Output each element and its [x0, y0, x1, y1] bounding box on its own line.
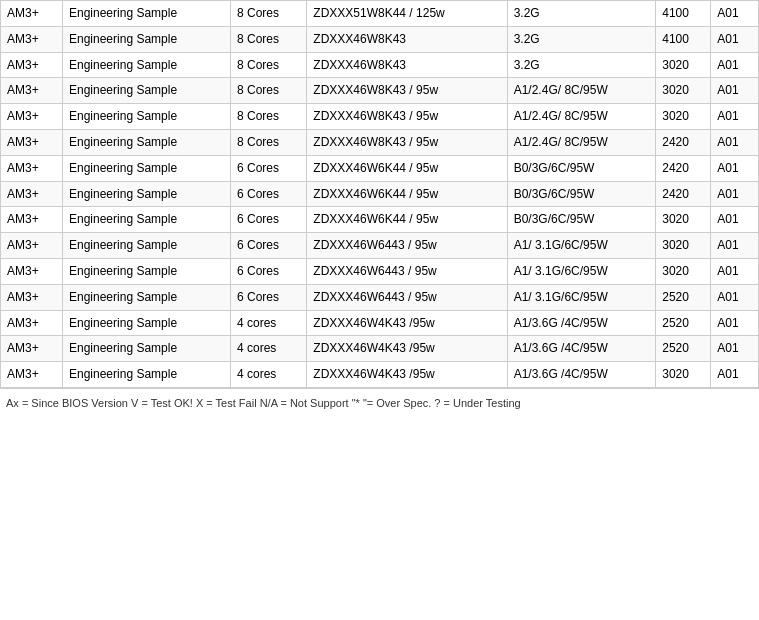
dram-cell: 3020 [656, 207, 711, 233]
model-cell: ZDXXX46W8K43 [307, 26, 507, 52]
table-row: AM3+Engineering Sample6 CoresZDXXX46W644… [1, 284, 759, 310]
table-row: AM3+Engineering Sample6 CoresZDXXX46W6K4… [1, 207, 759, 233]
freq-cell: A1/2.4G/ 8C/95W [507, 78, 656, 104]
freq-cell: A1/ 3.1G/6C/95W [507, 233, 656, 259]
table-row: AM3+Engineering Sample6 CoresZDXXX46W644… [1, 233, 759, 259]
result-cell: A01 [711, 26, 759, 52]
name-cell: Engineering Sample [63, 129, 231, 155]
result-cell: A01 [711, 104, 759, 130]
socket-cell: AM3+ [1, 207, 63, 233]
cores-cell: 6 Cores [230, 155, 306, 181]
cores-cell: 4 cores [230, 310, 306, 336]
socket-cell: AM3+ [1, 310, 63, 336]
model-cell: ZDXXX46W8K43 / 95w [307, 78, 507, 104]
freq-cell: B0/3G/6C/95W [507, 181, 656, 207]
result-cell: A01 [711, 129, 759, 155]
cores-cell: 8 Cores [230, 1, 306, 27]
dram-cell: 3020 [656, 258, 711, 284]
table-row: AM3+Engineering Sample4 coresZDXXX46W4K4… [1, 336, 759, 362]
model-cell: ZDXXX46W8K43 / 95w [307, 104, 507, 130]
result-cell: A01 [711, 181, 759, 207]
freq-cell: A1/3.6G /4C/95W [507, 310, 656, 336]
socket-cell: AM3+ [1, 233, 63, 259]
cores-cell: 4 cores [230, 336, 306, 362]
freq-cell: B0/3G/6C/95W [507, 207, 656, 233]
model-cell: ZDXXX51W8K44 / 125w [307, 1, 507, 27]
table-row: AM3+Engineering Sample6 CoresZDXXX46W6K4… [1, 181, 759, 207]
dram-cell: 4100 [656, 26, 711, 52]
dram-cell: 3020 [656, 104, 711, 130]
cores-cell: 6 Cores [230, 207, 306, 233]
dram-cell: 3020 [656, 78, 711, 104]
result-cell: A01 [711, 310, 759, 336]
dram-cell: 3020 [656, 233, 711, 259]
name-cell: Engineering Sample [63, 181, 231, 207]
name-cell: Engineering Sample [63, 336, 231, 362]
cores-cell: 6 Cores [230, 258, 306, 284]
name-cell: Engineering Sample [63, 155, 231, 181]
name-cell: Engineering Sample [63, 52, 231, 78]
socket-cell: AM3+ [1, 129, 63, 155]
model-cell: ZDXXX46W6443 / 95w [307, 284, 507, 310]
socket-cell: AM3+ [1, 104, 63, 130]
dram-cell: 3020 [656, 52, 711, 78]
model-cell: ZDXXX46W6K44 / 95w [307, 207, 507, 233]
model-cell: ZDXXX46W6443 / 95w [307, 233, 507, 259]
result-cell: A01 [711, 258, 759, 284]
table-row: AM3+Engineering Sample8 CoresZDXXX46W8K4… [1, 52, 759, 78]
socket-cell: AM3+ [1, 52, 63, 78]
name-cell: Engineering Sample [63, 310, 231, 336]
cores-cell: 6 Cores [230, 181, 306, 207]
cores-cell: 8 Cores [230, 104, 306, 130]
name-cell: Engineering Sample [63, 1, 231, 27]
model-cell: ZDXXX46W8K43 [307, 52, 507, 78]
freq-cell: 3.2G [507, 52, 656, 78]
freq-cell: A1/2.4G/ 8C/95W [507, 129, 656, 155]
cores-cell: 8 Cores [230, 129, 306, 155]
result-cell: A01 [711, 233, 759, 259]
cores-cell: 6 Cores [230, 233, 306, 259]
footer-note: Ax = Since BIOS Version V = Test OK! X =… [0, 388, 759, 417]
name-cell: Engineering Sample [63, 78, 231, 104]
model-cell: ZDXXX46W8K43 / 95w [307, 129, 507, 155]
socket-cell: AM3+ [1, 26, 63, 52]
table-row: AM3+Engineering Sample8 CoresZDXXX46W8K4… [1, 78, 759, 104]
compatibility-table: AM3+Engineering Sample8 CoresZDXXX51W8K4… [0, 0, 759, 388]
freq-cell: A1/ 3.1G/6C/95W [507, 284, 656, 310]
model-cell: ZDXXX46W6443 / 95w [307, 258, 507, 284]
cores-cell: 6 Cores [230, 284, 306, 310]
dram-cell: 2520 [656, 336, 711, 362]
socket-cell: AM3+ [1, 78, 63, 104]
freq-cell: A1/3.6G /4C/95W [507, 336, 656, 362]
freq-cell: 3.2G [507, 1, 656, 27]
table-row: AM3+Engineering Sample8 CoresZDXXX46W8K4… [1, 129, 759, 155]
name-cell: Engineering Sample [63, 207, 231, 233]
dram-cell: 2520 [656, 284, 711, 310]
result-cell: A01 [711, 362, 759, 388]
dram-cell: 2420 [656, 181, 711, 207]
dram-cell: 3020 [656, 362, 711, 388]
result-cell: A01 [711, 284, 759, 310]
name-cell: Engineering Sample [63, 258, 231, 284]
dram-cell: 2420 [656, 129, 711, 155]
model-cell: ZDXXX46W6K44 / 95w [307, 181, 507, 207]
socket-cell: AM3+ [1, 336, 63, 362]
dram-cell: 2520 [656, 310, 711, 336]
table-row: AM3+Engineering Sample4 coresZDXXX46W4K4… [1, 310, 759, 336]
socket-cell: AM3+ [1, 284, 63, 310]
table-row: AM3+Engineering Sample6 CoresZDXXX46W6K4… [1, 155, 759, 181]
socket-cell: AM3+ [1, 155, 63, 181]
freq-cell: A1/2.4G/ 8C/95W [507, 104, 656, 130]
socket-cell: AM3+ [1, 181, 63, 207]
freq-cell: A1/ 3.1G/6C/95W [507, 258, 656, 284]
socket-cell: AM3+ [1, 362, 63, 388]
result-cell: A01 [711, 336, 759, 362]
table-row: AM3+Engineering Sample4 coresZDXXX46W4K4… [1, 362, 759, 388]
socket-cell: AM3+ [1, 1, 63, 27]
result-cell: A01 [711, 155, 759, 181]
dram-cell: 2420 [656, 155, 711, 181]
freq-cell: B0/3G/6C/95W [507, 155, 656, 181]
result-cell: A01 [711, 52, 759, 78]
table-row: AM3+Engineering Sample8 CoresZDXXX46W8K4… [1, 104, 759, 130]
table-row: AM3+Engineering Sample6 CoresZDXXX46W644… [1, 258, 759, 284]
